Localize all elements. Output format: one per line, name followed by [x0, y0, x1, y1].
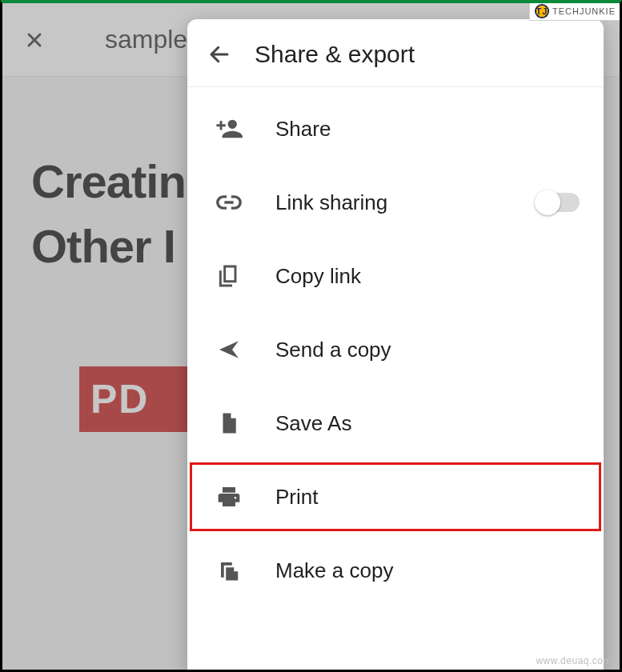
watermark-bottom-right: www.deuaq.com	[536, 655, 612, 666]
menu-item-share[interactable]: Share	[187, 92, 604, 166]
file-icon	[211, 406, 247, 441]
techjunkie-logo-icon: TJ	[535, 4, 549, 18]
copy-icon	[211, 258, 247, 294]
menu-item-link-sharing[interactable]: Link sharing	[187, 166, 604, 239]
person-add-icon	[211, 111, 247, 146]
sheet-header: Share & export	[187, 19, 604, 87]
menu-label: Make a copy	[275, 558, 580, 583]
menu-item-copy-link[interactable]: Copy link	[187, 239, 604, 313]
link-icon	[211, 185, 247, 220]
menu-label: Copy link	[275, 264, 580, 289]
link-sharing-toggle[interactable]	[536, 193, 580, 212]
menu-item-save-as[interactable]: Save As	[187, 386, 604, 460]
send-icon	[211, 332, 247, 367]
watermark-top-right: TJ TECHJUNKIE	[529, 2, 621, 21]
share-export-sheet: Share & export Share Link sharing Copy l…	[187, 19, 604, 670]
sheet-title: Share & export	[255, 41, 415, 68]
print-icon	[211, 479, 247, 514]
watermark-text: TECHJUNKIE	[552, 6, 616, 16]
menu-item-make-copy[interactable]: Make a copy	[187, 534, 604, 607]
menu-label: Print	[275, 485, 580, 510]
menu-item-print[interactable]: Print	[187, 460, 604, 534]
menu-label: Save As	[275, 411, 580, 436]
duplicate-icon	[211, 553, 247, 588]
back-button[interactable]	[203, 38, 235, 70]
arrow-left-icon	[207, 42, 231, 66]
menu-list: Share Link sharing Copy link Send a copy	[187, 87, 604, 670]
menu-label: Send a copy	[275, 338, 580, 362]
menu-item-send-copy[interactable]: Send a copy	[187, 313, 604, 386]
menu-label: Share	[275, 117, 580, 142]
menu-label: Link sharing	[275, 190, 508, 215]
